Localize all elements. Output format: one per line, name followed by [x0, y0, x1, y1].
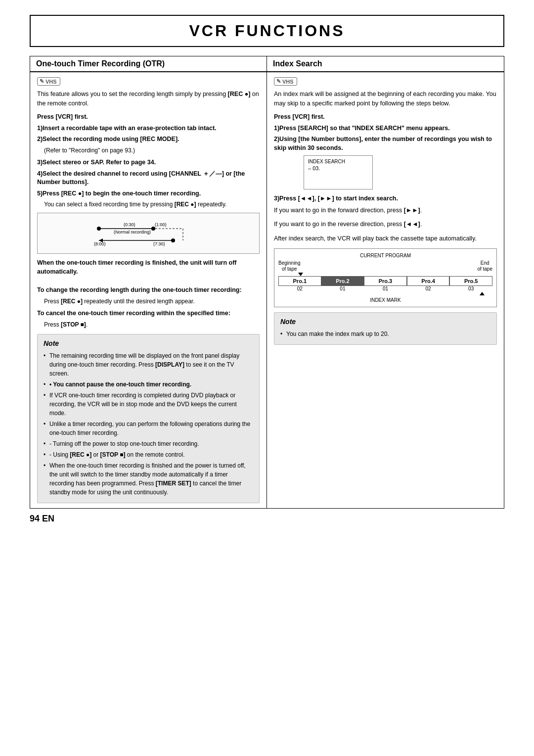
svg-text:(8:00): (8:00)	[94, 241, 106, 246]
tape-num-5: 03	[449, 286, 492, 291]
current-program-diagram: CURRENT PROGRAM Beginningof tape Endof t…	[274, 248, 497, 307]
right-press-vcr: Press [VCR] first.	[274, 113, 497, 120]
main-content: One-touch Timer Recording (OTR) ✎ VHS Th…	[30, 56, 504, 509]
tape-cell-5: Pro.5	[449, 276, 492, 286]
left-column: One-touch Timer Recording (OTR) ✎ VHS Th…	[30, 56, 267, 508]
step-2: 2)Select the recording mode using [REC M…	[37, 135, 260, 144]
pencil-icon-right: ✎	[276, 78, 281, 85]
tape-cell-3: Pro.3	[364, 276, 407, 286]
end-label: Endof tape	[477, 260, 492, 272]
beginning-arrow-row	[278, 273, 492, 276]
tape-cell-1: Pro.1	[278, 276, 321, 286]
tape-nums-row: 02 01 01 02 03	[278, 286, 492, 291]
right-step-2: 2)Using [the Number buttons], enter the …	[274, 135, 497, 152]
right-intro-text: An index mark will be assigned at the be…	[274, 90, 497, 108]
vhs-label-left: VHS	[45, 79, 57, 85]
after-text: After index search, the VCR will play ba…	[274, 234, 497, 243]
page-container: VCR FUNCTIONS One-touch Timer Recording …	[20, 0, 514, 539]
pencil-icon-left: ✎	[40, 78, 44, 85]
note-item-6: - Using [REC ●] or [STOP ■] on the remot…	[44, 450, 253, 459]
svg-point-10	[171, 238, 175, 242]
beginning-label: Beginningof tape	[278, 260, 300, 272]
note-item-5: - Turning off the power to stop one-touc…	[44, 439, 253, 448]
cp-header: CURRENT PROGRAM	[278, 253, 492, 258]
svg-point-1	[97, 227, 101, 231]
vhs-badge-left: ✎ VHS	[37, 77, 60, 86]
beginning-arrow-icon	[298, 273, 303, 276]
note-item-3: If VCR one-touch timer recording is comp…	[44, 391, 253, 418]
index-search-screen: INDEX SEARCH – 03.	[304, 155, 373, 189]
svg-text:(0:30): (0:30)	[124, 222, 135, 227]
reverse-text: If you want to go in the reverse directi…	[274, 220, 497, 229]
tape-cells-row: Pro.1 Pro.2 Pro.3 Pro.4 Pro.5	[278, 276, 492, 286]
page-title: VCR FUNCTIONS	[30, 15, 504, 47]
recording-diagram: (Normal recording) (0:30) (1:00)	[37, 213, 260, 254]
right-note-list: You can make the index mark up to 20.	[280, 330, 490, 338]
left-intro-text: This feature allows you to set the recor…	[37, 90, 260, 108]
tape-num-3: 01	[364, 286, 407, 291]
left-section-header: One-touch Timer Recording (OTR)	[30, 56, 267, 72]
page-number: 94 EN	[30, 514, 54, 524]
left-note-box: Note The remaining recording time will b…	[37, 334, 260, 503]
note-item-1: The remaining recording time will be dis…	[44, 351, 253, 378]
tape-num-4: 02	[407, 286, 450, 291]
tape-cell-4: Pro.4	[407, 276, 450, 286]
screen-value: – 03.	[308, 165, 368, 171]
when-finished: When the one-touch timer recording is fi…	[37, 259, 260, 276]
left-col-content: ✎ VHS This feature allows you to set the…	[30, 77, 267, 503]
svg-text:(1:00): (1:00)	[155, 222, 167, 227]
svg-text:(Normal recording): (Normal recording)	[114, 230, 151, 235]
vhs-badge-right: ✎ VHS	[274, 77, 297, 86]
index-mark-arrow-row	[278, 292, 492, 295]
step-1: 1)Insert a recordable tape with an erase…	[37, 124, 260, 133]
step-3: 3)Select stereo or SAP. Refer to page 34…	[37, 158, 260, 167]
tape-num-1: 02	[278, 286, 321, 291]
right-note-item-1: You can make the index mark up to 20.	[280, 330, 490, 338]
left-press-vcr: Press [VCR] first.	[37, 113, 260, 120]
to-change-text: Press [REC ●] repeatedly until the desir…	[44, 297, 260, 306]
note-item-2: • You cannot pause the one-touch timer r…	[44, 380, 253, 389]
index-mark-label: INDEX MARK	[278, 297, 492, 303]
tape-cell-2: Pro.2	[321, 276, 364, 286]
right-step-1: 1)Press [SEARCH] so that "INDEX SEARCH" …	[274, 124, 497, 133]
index-mark-arrow-icon	[480, 292, 485, 295]
svg-text:(7:30): (7:30)	[153, 241, 165, 246]
to-cancel-bold: To cancel the one-touch timer recording …	[37, 309, 260, 318]
step-5: 5)Press [REC ●] to begin the one-touch t…	[37, 189, 260, 198]
right-step-3: 3)Press [◄◄], [►►] to start index search…	[274, 194, 497, 203]
page-footer: 94 EN	[30, 509, 504, 524]
left-note-title: Note	[44, 338, 253, 349]
right-col-content: ✎ VHS An index mark will be assigned at …	[267, 77, 504, 345]
step-4: 4)Select the desired channel to record u…	[37, 170, 260, 187]
to-change-bold: To change the recording length during th…	[37, 286, 260, 295]
right-note-title: Note	[280, 317, 490, 327]
recording-diagram-svg: (Normal recording) (0:30) (1:00)	[94, 220, 203, 247]
svg-point-3	[151, 227, 155, 231]
step-2-sub: (Refer to "Recording" on page 93.)	[44, 146, 260, 155]
forward-text: If you want to go in the forward directi…	[274, 206, 497, 215]
right-column: Index Search ✎ VHS An index mark will be…	[267, 56, 504, 508]
right-section-header: Index Search	[267, 56, 504, 72]
screen-title: INDEX SEARCH	[308, 159, 368, 164]
left-note-list: The remaining recording time will be dis…	[44, 351, 253, 497]
to-cancel-text: Press [STOP ■].	[44, 321, 260, 329]
tape-labels-row: Beginningof tape Endof tape	[278, 260, 492, 272]
vhs-label-right: VHS	[282, 79, 294, 85]
note-item-4: Unlike a timer recording, you can perfor…	[44, 420, 253, 437]
note-item-7: When the one-touch timer recording is fi…	[44, 461, 253, 497]
tape-num-2: 01	[321, 286, 364, 291]
step-5-sub: You can select a fixed recording time by…	[44, 200, 260, 209]
right-note-box: Note You can make the index mark up to 2…	[274, 312, 497, 345]
